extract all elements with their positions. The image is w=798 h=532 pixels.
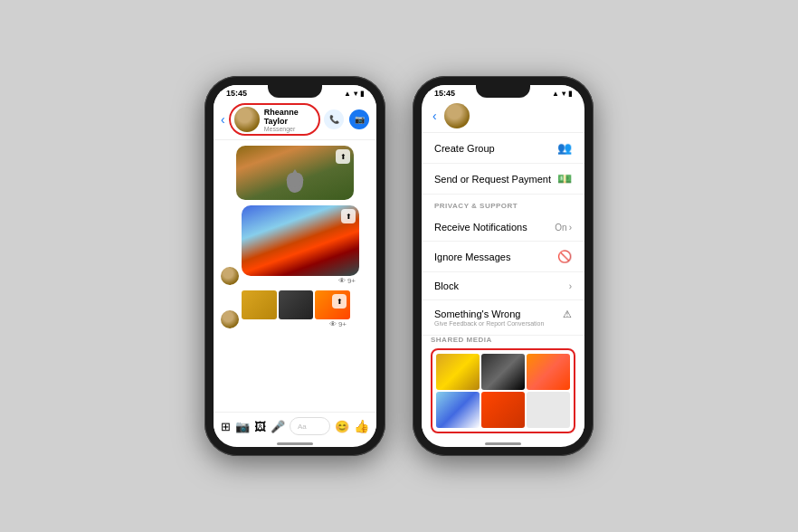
notch bbox=[268, 85, 322, 98]
right-screen: 15:45 ▲ ▾ ▮ ‹ Create Group 👥 Send or Req… bbox=[422, 85, 584, 447]
group-icon: 👥 bbox=[557, 141, 572, 155]
contact-info[interactable]: Rheanne Taylor Messenger bbox=[229, 103, 320, 136]
ignore-messages-label: Ignore Messages bbox=[434, 252, 510, 262]
warning-icon: ⚠ bbox=[563, 309, 572, 320]
shared-media-label: SHARED MEDIA bbox=[431, 336, 575, 344]
ignore-icon: 🚫 bbox=[557, 250, 572, 263]
like-button[interactable]: 👍 bbox=[354, 419, 369, 433]
message-row-2: ⬆ 👁 9+ bbox=[221, 205, 369, 285]
home-indicator-right bbox=[422, 440, 584, 447]
header-actions: 📞 📷 bbox=[324, 109, 369, 129]
back-button-right[interactable]: ‹ bbox=[432, 109, 437, 123]
media-grid bbox=[431, 348, 575, 433]
wifi-icon: ▾ bbox=[354, 90, 357, 98]
back-button[interactable]: ‹ bbox=[221, 112, 225, 127]
grid-img-1 bbox=[242, 290, 277, 319]
media-cell-3[interactable] bbox=[527, 354, 570, 390]
notifications-label: Receive Notifications bbox=[434, 222, 527, 233]
share-button-3[interactable]: ⬆ bbox=[332, 294, 347, 309]
message-image-1: ⬆ bbox=[236, 146, 354, 200]
bottom-toolbar: ⊞ 📷 🖼 🎤 Aa 😊 👍 bbox=[214, 412, 376, 440]
shared-media-section: SHARED MEDIA bbox=[422, 336, 584, 440]
mic-icon[interactable]: 🎤 bbox=[271, 420, 285, 433]
status-icons-left: ▲ ▾ ▮ bbox=[344, 90, 364, 98]
battery-icon: ▮ bbox=[360, 90, 364, 98]
timestamp-2: 👁 9+ bbox=[242, 319, 350, 328]
message-image-3: ⬆ 👁 9+ bbox=[242, 290, 350, 328]
notch-right bbox=[476, 85, 530, 98]
message-image-2: ⬆ 👁 9+ bbox=[242, 205, 359, 285]
menu-list: Create Group 👥 Send or Request Payment 💵… bbox=[422, 133, 584, 440]
right-phone: 15:45 ▲ ▾ ▮ ‹ Create Group 👥 Send or Req… bbox=[413, 76, 594, 456]
home-bar-right bbox=[485, 442, 521, 445]
privacy-section-header: PRIVACY & SUPPORT bbox=[422, 195, 584, 214]
left-screen: 15:45 ▲ ▾ ▮ ‹ Rheanne Taylor Messenger 📞 bbox=[214, 85, 376, 447]
notifications-item[interactable]: Receive Notifications On › bbox=[422, 214, 584, 242]
signal-icon-r: ▲ bbox=[552, 90, 559, 98]
time-left: 15:45 bbox=[226, 89, 247, 98]
camera-icon[interactable]: 📷 bbox=[235, 420, 250, 433]
sender-avatar bbox=[221, 267, 239, 285]
signal-icon: ▲ bbox=[344, 90, 351, 98]
create-group-label: Create Group bbox=[434, 143, 495, 154]
emoji-icon[interactable]: 😊 bbox=[335, 420, 349, 433]
payment-icon: 💵 bbox=[557, 172, 572, 185]
left-phone: 15:45 ▲ ▾ ▮ ‹ Rheanne Taylor Messenger 📞 bbox=[204, 76, 385, 456]
contact-avatar-right bbox=[444, 103, 470, 128]
apps-icon[interactable]: ⊞ bbox=[221, 420, 231, 433]
timestamp: 👁 9+ bbox=[242, 276, 359, 285]
media-cell-1[interactable] bbox=[436, 354, 480, 390]
media-cell-2[interactable] bbox=[481, 354, 525, 390]
report-label: Something's Wrong bbox=[434, 309, 544, 319]
media-cell-5[interactable] bbox=[481, 392, 525, 428]
contact-text: Rheanne Taylor Messenger bbox=[264, 108, 315, 132]
settings-header: ‹ bbox=[422, 100, 584, 133]
report-sublabel: Give Feedback or Report Conversation bbox=[434, 320, 544, 327]
contact-name: Rheanne Taylor bbox=[264, 108, 315, 126]
home-indicator bbox=[214, 440, 376, 447]
block-label: Block bbox=[434, 280, 459, 291]
notifications-value: On › bbox=[555, 223, 572, 233]
avatar bbox=[234, 107, 260, 132]
messages-area: ⬆ ⬆ 👁 9+ bbox=[214, 140, 376, 412]
ignore-messages-item[interactable]: Ignore Messages 🚫 bbox=[422, 242, 584, 272]
home-bar bbox=[277, 442, 313, 445]
share-button-1[interactable]: ⬆ bbox=[336, 149, 350, 164]
wifi-icon-r: ▾ bbox=[562, 90, 565, 98]
report-item[interactable]: Something's Wrong Give Feedback or Repor… bbox=[422, 300, 584, 336]
contact-sub: Messenger bbox=[264, 126, 315, 132]
media-cell-4[interactable] bbox=[436, 392, 480, 428]
message-row-3: ⬆ 👁 9+ bbox=[221, 290, 369, 328]
share-button-2[interactable]: ⬆ bbox=[341, 209, 356, 223]
block-chevron: › bbox=[569, 281, 572, 291]
input-placeholder: Aa bbox=[298, 423, 307, 431]
send-payment-label: Send or Request Payment bbox=[434, 174, 551, 185]
chat-header: ‹ Rheanne Taylor Messenger 📞 📷 bbox=[214, 100, 376, 140]
battery-icon-r: ▮ bbox=[568, 90, 572, 98]
message-input[interactable]: Aa bbox=[290, 417, 330, 435]
gallery-icon[interactable]: 🖼 bbox=[254, 420, 266, 433]
media-cell-6[interactable] bbox=[527, 392, 570, 428]
send-payment-item[interactable]: Send or Request Payment 💵 bbox=[422, 164, 584, 195]
block-item[interactable]: Block › bbox=[422, 272, 584, 300]
grid-img-2 bbox=[279, 290, 314, 319]
sender-avatar-2 bbox=[221, 310, 239, 328]
video-button[interactable]: 📷 bbox=[349, 109, 369, 129]
call-button[interactable]: 📞 bbox=[324, 109, 344, 129]
create-group-item[interactable]: Create Group 👥 bbox=[422, 133, 584, 164]
chevron-icon: › bbox=[569, 223, 572, 233]
time-right: 15:45 bbox=[434, 89, 455, 98]
status-icons-right: ▲ ▾ ▮ bbox=[552, 90, 572, 98]
